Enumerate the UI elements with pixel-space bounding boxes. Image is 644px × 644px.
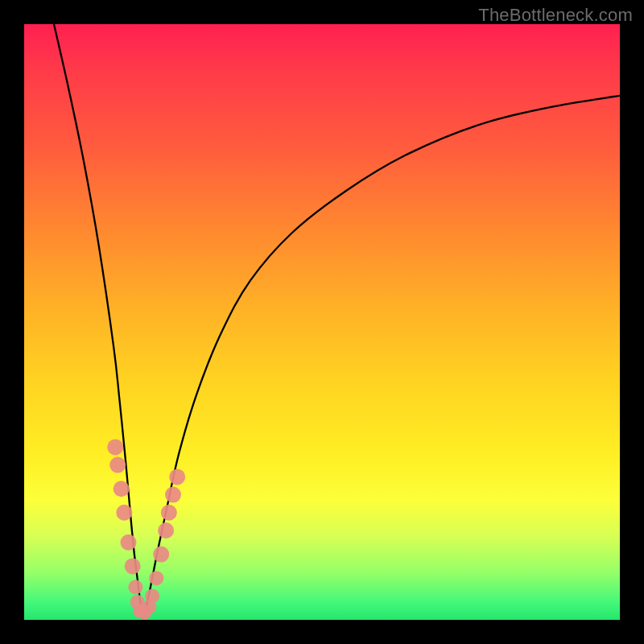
marker-dot [169,469,185,485]
marker-dot [158,522,174,539]
marker-dot [125,558,141,574]
marker-layer [107,439,185,619]
watermark-text: TheBottleneck.com [478,5,633,26]
outer-frame: TheBottleneck.com [0,0,644,644]
curve-right-branch [143,96,620,617]
marker-dot [145,588,159,603]
chart-svg [24,24,620,620]
marker-dot [109,457,126,473]
plot-area [24,24,620,620]
marker-dot [128,580,142,594]
marker-dot [165,487,181,503]
marker-dot [149,571,163,585]
curve-layer [54,24,620,617]
marker-dot [153,547,169,563]
curve-left-branch [54,24,143,617]
marker-dot [161,505,177,521]
marker-dot [116,505,132,521]
marker-dot [107,439,123,455]
marker-dot [114,481,130,497]
marker-dot [121,535,137,551]
